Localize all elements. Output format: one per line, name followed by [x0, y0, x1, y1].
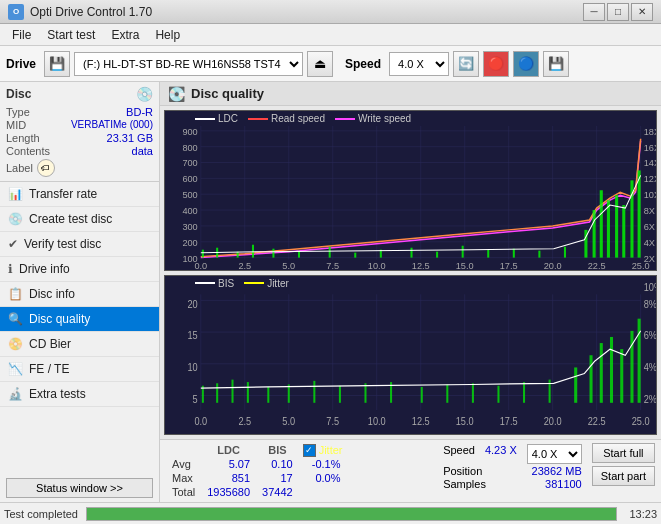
stats-table: LDC BIS ✓ Jitter Avg 5.07 0.10	[166, 443, 347, 499]
legend-ldc: LDC	[195, 113, 238, 124]
svg-text:5.0: 5.0	[282, 262, 295, 270]
svg-rect-74	[165, 276, 656, 435]
svg-rect-73	[638, 170, 641, 257]
start-full-button[interactable]: Start full	[592, 443, 655, 463]
jitter-checkbox[interactable]: ✓	[303, 444, 316, 457]
svg-rect-68	[600, 190, 603, 257]
progress-bar-container	[86, 507, 617, 521]
content-title: Disc quality	[191, 86, 264, 101]
svg-rect-60	[436, 252, 438, 258]
refresh-btn[interactable]: 🔄	[453, 51, 479, 77]
minimize-button[interactable]: ─	[583, 3, 605, 21]
chart1-svg: 100 200 300 400 500 600 700 800 900 2X 4…	[165, 111, 656, 270]
svg-rect-131	[630, 330, 633, 402]
verify-test-disc-icon: ✔	[8, 237, 18, 251]
svg-rect-56	[329, 247, 331, 258]
sidebar-item-create-test-disc[interactable]: 💿 Create test disc	[0, 207, 159, 232]
chart2: BIS Jitter	[164, 275, 657, 436]
menu-start-test[interactable]: Start test	[39, 26, 103, 44]
svg-text:15.0: 15.0	[456, 414, 474, 426]
app-title: Opti Drive Control 1.70	[30, 5, 152, 19]
sidebar-item-create-label: Create test disc	[29, 212, 112, 226]
max-ldc: 851	[201, 471, 256, 485]
sidebar-item-verify-label: Verify test disc	[24, 237, 101, 251]
svg-text:6%: 6%	[644, 329, 656, 341]
sidebar: Disc 💿 Type BD-R MID VERBATIMe (000) Len…	[0, 82, 160, 502]
sidebar-item-extra-tests-label: Extra tests	[29, 387, 86, 401]
avg-ldc: 5.07	[201, 457, 256, 471]
svg-rect-116	[313, 380, 315, 402]
menu-help[interactable]: Help	[147, 26, 188, 44]
legend-jitter-label: Jitter	[267, 278, 289, 289]
svg-rect-62	[487, 250, 489, 258]
drive-select[interactable]: (F:) HL-DT-ST BD-RE WH16NS58 TST4	[74, 52, 303, 76]
sidebar-item-disc-info-label: Disc info	[29, 287, 75, 301]
eject-btn[interactable]: ⏏	[307, 51, 333, 77]
svg-rect-129	[610, 336, 613, 402]
svg-text:12X: 12X	[644, 174, 656, 184]
svg-text:500: 500	[182, 190, 197, 200]
titlebar-left: O Opti Drive Control 1.70	[8, 4, 152, 20]
disc-label-label: Label	[6, 162, 33, 174]
disc-header: Disc 💿	[6, 86, 153, 102]
svg-text:20: 20	[188, 297, 199, 309]
speed-select[interactable]: 4.0 X	[389, 52, 449, 76]
max-jitter: 0.0%	[299, 471, 347, 485]
svg-text:2.5: 2.5	[238, 262, 251, 270]
svg-rect-120	[421, 386, 423, 402]
fe-te-icon: 📉	[8, 362, 23, 376]
sidebar-item-fe-te-label: FE / TE	[29, 362, 69, 376]
color1-btn[interactable]: 🔴	[483, 51, 509, 77]
total-jitter-empty	[299, 485, 347, 499]
col-header-ldc: LDC	[201, 443, 256, 457]
content-area: 💽 Disc quality LDC Read speed	[160, 82, 661, 502]
chart1: LDC Read speed Write speed	[164, 110, 657, 271]
svg-text:20.0: 20.0	[544, 262, 562, 270]
sidebar-item-drive-info-label: Drive info	[19, 262, 70, 276]
drive-info-icon: ℹ	[8, 262, 13, 276]
maximize-button[interactable]: □	[607, 3, 629, 21]
col-header-empty	[166, 443, 201, 457]
sidebar-item-verify-test-disc[interactable]: ✔ Verify test disc	[0, 232, 159, 257]
status-window-button[interactable]: Status window >>	[6, 478, 153, 498]
legend-bis-color	[195, 282, 215, 284]
disc-type-value: BD-R	[126, 106, 153, 118]
svg-text:12.5: 12.5	[412, 262, 430, 270]
svg-text:4%: 4%	[644, 361, 656, 373]
disc-contents-label: Contents	[6, 145, 50, 157]
jitter-label: Jitter	[319, 444, 343, 456]
svg-text:12.5: 12.5	[412, 414, 430, 426]
sidebar-item-cd-bier[interactable]: 📀 CD Bier	[0, 332, 159, 357]
sidebar-item-drive-info[interactable]: ℹ Drive info	[0, 257, 159, 282]
svg-text:10: 10	[188, 361, 199, 373]
sidebar-item-extra-tests[interactable]: 🔬 Extra tests	[0, 382, 159, 407]
close-button[interactable]: ✕	[631, 3, 653, 21]
legend-write-label: Write speed	[358, 113, 411, 124]
color2-btn[interactable]: 🔵	[513, 51, 539, 77]
svg-text:0.0: 0.0	[194, 262, 207, 270]
label-icon[interactable]: 🏷	[37, 159, 55, 177]
menu-extra[interactable]: Extra	[103, 26, 147, 44]
sidebar-item-fe-te[interactable]: 📉 FE / TE	[0, 357, 159, 382]
svg-rect-57	[354, 253, 356, 258]
position-label: Position	[443, 465, 482, 477]
svg-text:10X: 10X	[644, 190, 656, 200]
svg-rect-71	[622, 205, 625, 258]
speed-dropdown[interactable]: 4.0 X	[527, 444, 582, 464]
svg-text:6X: 6X	[644, 222, 655, 232]
drive-icon-btn[interactable]: 💾	[44, 51, 70, 77]
menu-file[interactable]: File	[4, 26, 39, 44]
save-btn[interactable]: 💾	[543, 51, 569, 77]
svg-text:8%: 8%	[644, 297, 656, 309]
position-row: Position 23862 MB	[443, 465, 582, 477]
svg-text:18X: 18X	[644, 127, 656, 137]
sidebar-item-disc-quality[interactable]: 🔍 Disc quality	[0, 307, 159, 332]
sidebar-item-transfer-rate[interactable]: 📊 Transfer rate	[0, 182, 159, 207]
cd-bier-icon: 📀	[8, 337, 23, 351]
disc-contents-value: data	[132, 145, 153, 157]
sidebar-item-disc-info[interactable]: 📋 Disc info	[0, 282, 159, 307]
start-part-button[interactable]: Start part	[592, 466, 655, 486]
legend-ldc-label: LDC	[218, 113, 238, 124]
svg-rect-114	[267, 386, 269, 402]
svg-text:300: 300	[182, 222, 197, 232]
